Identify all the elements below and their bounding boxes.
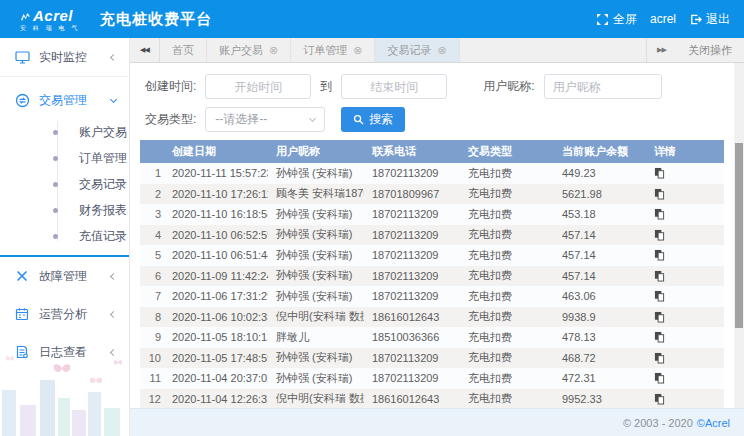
tab[interactable]: 首页 bbox=[160, 38, 207, 62]
row-index: 11 bbox=[140, 372, 164, 384]
fault-tools-icon bbox=[15, 269, 30, 283]
detail-copy-icon[interactable] bbox=[654, 352, 665, 364]
scroll-tabs-left-button[interactable]: ◀◀ bbox=[130, 38, 160, 62]
transaction-icon bbox=[15, 93, 30, 108]
detail-copy-icon[interactable] bbox=[654, 372, 665, 384]
nickname-input[interactable] bbox=[544, 74, 662, 99]
header-controls: 全屏 acrel 退出 bbox=[596, 11, 730, 28]
sidebar-item-fault-mgmt[interactable]: 故障管理 bbox=[0, 257, 129, 295]
row-nickname: 胖墩儿 bbox=[268, 330, 364, 345]
logo-text: Acrel bbox=[33, 8, 73, 23]
sidebar-group-analysis: 运营分析 bbox=[0, 295, 129, 333]
row-balance: 457.14 bbox=[554, 249, 646, 261]
bullet-dot-icon bbox=[53, 156, 58, 161]
table-row[interactable]: 3 2020-11-10 16:18:58 孙钟强 (安科瑞) 18702113… bbox=[140, 204, 724, 225]
scrollbar-thumb[interactable] bbox=[735, 143, 743, 328]
row-nickname: 孙钟强 (安科瑞) bbox=[268, 268, 364, 283]
end-time-input[interactable] bbox=[341, 74, 447, 99]
calendar-icon bbox=[15, 307, 30, 321]
row-phone: 18702113209 bbox=[364, 372, 460, 384]
sidebar-item-transaction-mgmt[interactable]: 交易管理 bbox=[0, 83, 129, 117]
row-balance: 478.13 bbox=[554, 331, 646, 343]
table-row[interactable]: 8 2020-11-06 10:02:33 倪中明(安科瑞 数据部)1 1861… bbox=[140, 307, 724, 328]
sidebar-item-log-view[interactable]: 日志查看 bbox=[0, 333, 129, 371]
row-phone: 18702113209 bbox=[364, 249, 460, 261]
table-header: 创建日期 用户昵称 联系电话 交易类型 当前账户余额 详情 bbox=[140, 140, 724, 163]
charging-platform-app: Acrel 安 科 瑞 电 气 充电桩收费平台 全屏 acrel 退出 实时监控 bbox=[0, 0, 744, 436]
start-time-input[interactable] bbox=[205, 74, 311, 99]
sidebar-subitem[interactable]: 充值记录 bbox=[0, 223, 129, 249]
detail-copy-icon[interactable] bbox=[654, 249, 665, 261]
row-create-date: 2020-11-04 20:37:02 bbox=[164, 372, 268, 384]
chevron-left-icon bbox=[110, 310, 117, 317]
table-row[interactable]: 6 2020-11-09 11:42:24 孙钟强 (安科瑞) 18702113… bbox=[140, 266, 724, 287]
row-balance: 457.14 bbox=[554, 229, 646, 241]
sidebar-subitem[interactable]: 交易记录 bbox=[0, 171, 129, 197]
sidebar-subitem[interactable]: 账户交易 bbox=[0, 119, 129, 145]
row-index: 1 bbox=[140, 167, 164, 179]
tab[interactable]: 交易记录 ⊗ bbox=[375, 38, 459, 62]
vertical-scrollbar[interactable] bbox=[734, 63, 744, 408]
row-create-date: 2020-11-10 17:26:11 bbox=[164, 188, 268, 200]
search-icon bbox=[353, 114, 364, 125]
transaction-type-select[interactable]: --请选择-- bbox=[205, 107, 325, 132]
row-create-date: 2020-11-10 06:51:44 bbox=[164, 249, 268, 261]
username-menu[interactable]: acrel bbox=[650, 12, 676, 26]
table-row[interactable]: 12 2020-11-04 12:26:31 倪中明(安科瑞 数据部)1 186… bbox=[140, 389, 724, 409]
transaction-submenu: 账户交易 订单管理 交易记录 财务报表 bbox=[0, 117, 129, 251]
table-row[interactable]: 9 2020-11-05 18:10:13 胖墩儿 18510036366 充电… bbox=[140, 327, 724, 348]
tab-close-icon[interactable]: ⊗ bbox=[269, 45, 278, 56]
table-row[interactable]: 11 2020-11-04 20:37:02 孙钟强 (安科瑞) 1870211… bbox=[140, 368, 724, 389]
fullscreen-button[interactable]: 全屏 bbox=[596, 11, 637, 28]
logout-button[interactable]: 退出 bbox=[689, 11, 730, 28]
tab-close-icon[interactable]: ⊗ bbox=[437, 45, 446, 56]
row-balance: 453.18 bbox=[554, 208, 646, 220]
table-row[interactable]: 10 2020-11-05 17:48:59 孙钟强 (安科瑞) 1870211… bbox=[140, 348, 724, 369]
row-phone: 18702113209 bbox=[364, 167, 460, 179]
tab[interactable]: 账户交易 ⊗ bbox=[207, 38, 291, 62]
close-actions-dropdown[interactable]: 关闭操作 bbox=[676, 38, 744, 62]
table-row[interactable]: 7 2020-11-06 17:31:29 孙钟强 (安科瑞) 18702113… bbox=[140, 286, 724, 307]
detail-copy-icon[interactable] bbox=[654, 311, 665, 323]
table-row[interactable]: 4 2020-11-10 06:52:59 孙钟强 (安科瑞) 18702113… bbox=[140, 225, 724, 246]
sidebar-item-realtime-monitor[interactable]: 实时监控 bbox=[0, 38, 129, 76]
col-type: 交易类型 bbox=[460, 144, 554, 159]
detail-copy-icon[interactable] bbox=[654, 188, 665, 200]
tab-close-icon[interactable]: ⊗ bbox=[353, 45, 362, 56]
detail-copy-icon[interactable] bbox=[654, 290, 665, 302]
double-chevron-left-icon: ◀◀ bbox=[140, 46, 149, 54]
open-tabs: 首页 账户交易 ⊗ 订单管理 ⊗ 交易记录 ⊗ bbox=[160, 38, 460, 62]
table-row[interactable]: 1 2020-11-11 15:57:23 孙钟强 (安科瑞) 18702113… bbox=[140, 163, 724, 184]
col-detail: 详情 bbox=[646, 144, 724, 159]
table-row[interactable]: 2 2020-11-10 17:26:11 顾冬美 安科瑞1870180 187… bbox=[140, 184, 724, 205]
sidebar-subitem[interactable]: 财务报表 bbox=[0, 197, 129, 223]
bullet-dot-icon bbox=[53, 182, 58, 187]
row-nickname: 孙钟强 (安科瑞) bbox=[268, 166, 364, 181]
row-index: 6 bbox=[140, 270, 164, 282]
tab[interactable]: 订单管理 ⊗ bbox=[291, 38, 375, 62]
detail-copy-icon[interactable] bbox=[654, 393, 665, 405]
footer: © 2003 - 2020 ©Acrel bbox=[130, 408, 744, 436]
search-button[interactable]: 搜索 bbox=[341, 107, 405, 132]
row-type: 充电扣费 bbox=[460, 248, 554, 263]
acrel-footer-link[interactable]: ©Acrel bbox=[697, 417, 730, 429]
row-balance: 457.14 bbox=[554, 270, 646, 282]
table-row[interactable]: 5 2020-11-10 06:51:44 孙钟强 (安科瑞) 18702113… bbox=[140, 245, 724, 266]
row-create-date: 2020-11-06 17:31:29 bbox=[164, 290, 268, 302]
sidebar-subitem[interactable]: 订单管理 bbox=[0, 145, 129, 171]
row-index: 2 bbox=[140, 188, 164, 200]
sidebar-group-fault: 故障管理 bbox=[0, 257, 129, 295]
detail-copy-icon[interactable] bbox=[654, 270, 665, 282]
row-create-date: 2020-11-05 18:10:13 bbox=[164, 331, 268, 343]
fullscreen-icon bbox=[596, 13, 609, 26]
sidebar-item-operation-analysis[interactable]: 运营分析 bbox=[0, 295, 129, 333]
scroll-tabs-right-button[interactable]: ▶▶ bbox=[646, 38, 676, 62]
detail-copy-icon[interactable] bbox=[654, 208, 665, 220]
sidebar-group-transactions: 交易管理 账户交易 订单管理 bbox=[0, 83, 129, 257]
detail-copy-icon[interactable] bbox=[654, 229, 665, 241]
row-phone: 18616012643 bbox=[364, 311, 460, 323]
row-type: 充电扣费 bbox=[460, 227, 554, 242]
chevron-down-icon bbox=[309, 114, 316, 121]
detail-copy-icon[interactable] bbox=[654, 167, 665, 179]
detail-copy-icon[interactable] bbox=[654, 331, 665, 343]
